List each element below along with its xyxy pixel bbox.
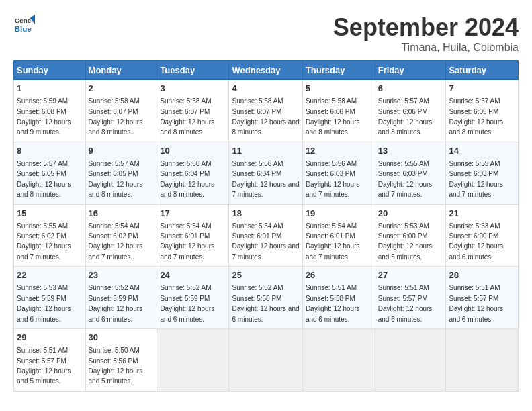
- day-number: 1: [17, 83, 83, 95]
- day-info: Sunrise: 5:57 AMSunset: 6:06 PMDaylight:…: [378, 97, 433, 136]
- day-info: Sunrise: 5:54 AMSunset: 6:02 PMDaylight:…: [89, 222, 143, 261]
- day-info: Sunrise: 5:56 AMSunset: 6:04 PMDaylight:…: [232, 160, 299, 198]
- calendar-cell: [157, 329, 229, 392]
- day-info: Sunrise: 5:52 AMSunset: 5:59 PMDaylight:…: [89, 284, 143, 322]
- day-info: Sunrise: 5:57 AMSunset: 6:05 PMDaylight:…: [89, 160, 143, 198]
- day-info: Sunrise: 5:52 AMSunset: 5:59 PMDaylight:…: [160, 284, 214, 322]
- day-info: Sunrise: 5:57 AMSunset: 6:05 PMDaylight:…: [17, 160, 71, 198]
- day-number: 27: [378, 269, 443, 281]
- day-info: Sunrise: 5:59 AMSunset: 6:08 PMDaylight:…: [17, 97, 71, 136]
- calendar-cell: 28Sunrise: 5:51 AMSunset: 5:57 PMDayligh…: [446, 267, 519, 329]
- day-number: 15: [17, 208, 83, 220]
- day-number: 12: [306, 145, 372, 157]
- day-info: Sunrise: 5:58 AMSunset: 6:07 PMDaylight:…: [232, 97, 299, 136]
- day-number: 10: [160, 145, 226, 157]
- calendar-cell: 6Sunrise: 5:57 AMSunset: 6:06 PMDaylight…: [375, 80, 446, 142]
- calendar-week-row: 22Sunrise: 5:53 AMSunset: 5:59 PMDayligh…: [14, 267, 519, 329]
- header-wednesday: Wednesday: [229, 61, 302, 80]
- calendar-cell: 30Sunrise: 5:50 AMSunset: 5:56 PMDayligh…: [85, 329, 157, 392]
- header-sunday: Sunday: [14, 61, 86, 80]
- calendar-cell: 14Sunrise: 5:55 AMSunset: 6:03 PMDayligh…: [446, 142, 519, 204]
- day-number: 8: [17, 145, 83, 157]
- calendar-cell: 3Sunrise: 5:58 AMSunset: 6:07 PMDaylight…: [157, 80, 229, 142]
- calendar-cell: 11Sunrise: 5:56 AMSunset: 6:04 PMDayligh…: [229, 142, 302, 204]
- calendar-header-row: SundayMondayTuesdayWednesdayThursdayFrid…: [14, 61, 519, 80]
- calendar-cell: [229, 329, 302, 392]
- day-number: 5: [306, 83, 372, 95]
- day-number: 14: [449, 145, 515, 157]
- day-info: Sunrise: 5:52 AMSunset: 5:58 PMDaylight:…: [232, 284, 299, 322]
- logo: General Blue: [13, 13, 35, 35]
- day-info: Sunrise: 5:51 AMSunset: 5:57 PMDaylight:…: [378, 284, 433, 322]
- day-number: 3: [160, 83, 226, 95]
- calendar-cell: 5Sunrise: 5:58 AMSunset: 6:06 PMDaylight…: [302, 80, 375, 142]
- calendar-cell: 20Sunrise: 5:53 AMSunset: 6:00 PMDayligh…: [375, 204, 446, 267]
- calendar-week-row: 15Sunrise: 5:55 AMSunset: 6:02 PMDayligh…: [14, 204, 519, 267]
- day-number: 25: [232, 269, 299, 281]
- calendar-cell: 15Sunrise: 5:55 AMSunset: 6:02 PMDayligh…: [14, 204, 86, 267]
- day-info: Sunrise: 5:55 AMSunset: 6:03 PMDaylight:…: [449, 160, 503, 198]
- calendar-cell: 19Sunrise: 5:54 AMSunset: 6:01 PMDayligh…: [302, 204, 375, 267]
- day-number: 23: [89, 269, 154, 281]
- day-info: Sunrise: 5:55 AMSunset: 6:02 PMDaylight:…: [17, 222, 71, 261]
- day-info: Sunrise: 5:54 AMSunset: 6:01 PMDaylight:…: [160, 222, 214, 261]
- day-number: 29: [17, 332, 83, 344]
- calendar-table: SundayMondayTuesdayWednesdayThursdayFrid…: [13, 60, 519, 392]
- day-number: 17: [160, 208, 226, 220]
- day-number: 18: [232, 208, 299, 220]
- calendar-cell: 18Sunrise: 5:54 AMSunset: 6:01 PMDayligh…: [229, 204, 302, 267]
- calendar-cell: 25Sunrise: 5:52 AMSunset: 5:58 PMDayligh…: [229, 267, 302, 329]
- day-number: 28: [449, 269, 515, 281]
- calendar-cell: 22Sunrise: 5:53 AMSunset: 5:59 PMDayligh…: [14, 267, 86, 329]
- day-info: Sunrise: 5:57 AMSunset: 6:05 PMDaylight:…: [449, 97, 503, 136]
- calendar-cell: 26Sunrise: 5:51 AMSunset: 5:58 PMDayligh…: [302, 267, 375, 329]
- svg-text:Blue: Blue: [15, 25, 32, 33]
- calendar-cell: 2Sunrise: 5:58 AMSunset: 6:07 PMDaylight…: [85, 80, 157, 142]
- day-info: Sunrise: 5:51 AMSunset: 5:57 PMDaylight:…: [17, 347, 71, 385]
- header-saturday: Saturday: [446, 61, 519, 80]
- logo-icon: General Blue: [13, 13, 35, 35]
- title-section: September 2024 Timana, Huila, Colombia: [333, 13, 519, 54]
- month-title: September 2024: [333, 13, 519, 42]
- calendar-week-row: 29Sunrise: 5:51 AMSunset: 5:57 PMDayligh…: [14, 329, 519, 392]
- day-info: Sunrise: 5:50 AMSunset: 5:56 PMDaylight:…: [89, 347, 143, 385]
- day-number: 16: [89, 208, 154, 220]
- day-info: Sunrise: 5:51 AMSunset: 5:57 PMDaylight:…: [449, 284, 503, 322]
- calendar-cell: 10Sunrise: 5:56 AMSunset: 6:04 PMDayligh…: [157, 142, 229, 204]
- day-number: 20: [378, 208, 443, 220]
- calendar-cell: 24Sunrise: 5:52 AMSunset: 5:59 PMDayligh…: [157, 267, 229, 329]
- location-subtitle: Timana, Huila, Colombia: [333, 42, 519, 54]
- calendar-cell: 9Sunrise: 5:57 AMSunset: 6:05 PMDaylight…: [85, 142, 157, 204]
- day-info: Sunrise: 5:56 AMSunset: 6:04 PMDaylight:…: [160, 160, 214, 198]
- calendar-cell: 27Sunrise: 5:51 AMSunset: 5:57 PMDayligh…: [375, 267, 446, 329]
- day-info: Sunrise: 5:58 AMSunset: 6:07 PMDaylight:…: [89, 97, 143, 136]
- day-number: 11: [232, 145, 299, 157]
- day-info: Sunrise: 5:56 AMSunset: 6:03 PMDaylight:…: [306, 160, 360, 198]
- calendar-cell: 7Sunrise: 5:57 AMSunset: 6:05 PMDaylight…: [446, 80, 519, 142]
- calendar-cell: 21Sunrise: 5:53 AMSunset: 6:00 PMDayligh…: [446, 204, 519, 267]
- calendar-cell: 29Sunrise: 5:51 AMSunset: 5:57 PMDayligh…: [14, 329, 86, 392]
- day-number: 6: [378, 83, 443, 95]
- day-info: Sunrise: 5:54 AMSunset: 6:01 PMDaylight:…: [232, 222, 299, 261]
- calendar-cell: 4Sunrise: 5:58 AMSunset: 6:07 PMDaylight…: [229, 80, 302, 142]
- day-info: Sunrise: 5:53 AMSunset: 6:00 PMDaylight:…: [378, 222, 433, 261]
- calendar-cell: [375, 329, 446, 392]
- day-number: 7: [449, 83, 515, 95]
- day-info: Sunrise: 5:55 AMSunset: 6:03 PMDaylight:…: [378, 160, 433, 198]
- day-number: 4: [232, 83, 299, 95]
- header-tuesday: Tuesday: [157, 61, 229, 80]
- header-friday: Friday: [375, 61, 446, 80]
- day-info: Sunrise: 5:58 AMSunset: 6:06 PMDaylight:…: [306, 97, 360, 136]
- header-monday: Monday: [85, 61, 157, 80]
- day-number: 9: [89, 145, 154, 157]
- day-number: 24: [160, 269, 226, 281]
- day-number: 19: [306, 208, 372, 220]
- calendar-cell: 23Sunrise: 5:52 AMSunset: 5:59 PMDayligh…: [85, 267, 157, 329]
- calendar-cell: 1Sunrise: 5:59 AMSunset: 6:08 PMDaylight…: [14, 80, 86, 142]
- page-header: General Blue September 2024 Timana, Huil…: [13, 13, 519, 54]
- calendar-cell: 8Sunrise: 5:57 AMSunset: 6:05 PMDaylight…: [14, 142, 86, 204]
- header-thursday: Thursday: [302, 61, 375, 80]
- day-info: Sunrise: 5:51 AMSunset: 5:58 PMDaylight:…: [306, 284, 360, 322]
- calendar-cell: 13Sunrise: 5:55 AMSunset: 6:03 PMDayligh…: [375, 142, 446, 204]
- day-info: Sunrise: 5:53 AMSunset: 6:00 PMDaylight:…: [449, 222, 503, 261]
